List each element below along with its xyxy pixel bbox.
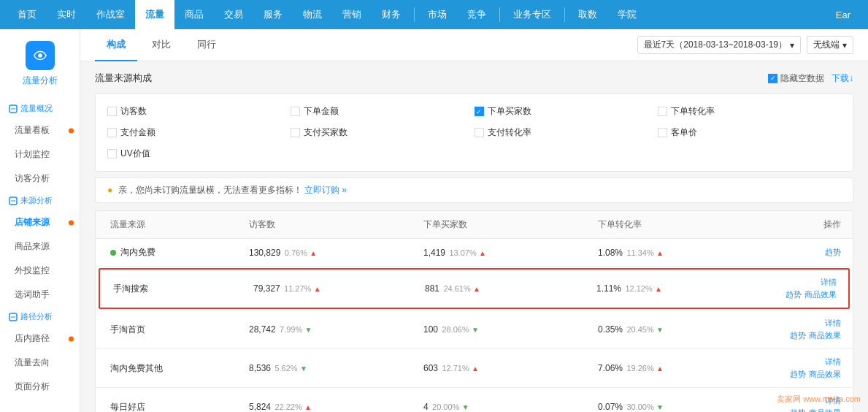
sidebar-item-plan-monitor[interactable]: 计划监控 <box>0 142 80 167</box>
arrow-down-icon: ▼ <box>472 326 479 334</box>
trend-link-4[interactable]: 趋势 <box>790 408 806 412</box>
sidebar-section-source: 来源分析 <box>0 191 80 210</box>
nav-finance[interactable]: 财务 <box>372 0 411 29</box>
metric-checkbox-3[interactable] <box>658 107 667 116</box>
sidebar-item-visitor-analysis[interactable]: 访客分析 <box>0 167 80 191</box>
product-effect-link-2[interactable]: 商品效果 <box>809 330 841 341</box>
sidebar: 流量分析 流量概况 流量看板 计划监控 访客分析 来源分析 店铺来源 商品来源 … <box>0 29 80 412</box>
action-cell-3: 详情 趋势 商品效果 <box>765 356 853 380</box>
nav-transactions[interactable]: 交易 <box>214 0 253 29</box>
sidebar-section-overview: 流量概况 <box>0 99 80 118</box>
nav-divider-2 <box>499 7 500 22</box>
nav-service[interactable]: 服务 <box>253 0 293 29</box>
metric-checkbox-6[interactable] <box>475 128 484 137</box>
product-effect-link-3[interactable]: 商品效果 <box>809 369 841 380</box>
date-picker[interactable]: 最近7天（2018-03-13~2018-03-19） ▾ <box>637 36 801 54</box>
metric-checkbox-4[interactable] <box>107 128 117 137</box>
nav-competition[interactable]: 竞争 <box>457 0 496 29</box>
metric-name-4: 支付金额 <box>120 126 155 139</box>
action-links-1b: 趋势 商品效果 <box>786 289 837 300</box>
nav-ear: Ear <box>826 9 861 20</box>
detail-link-3[interactable]: 详情 <box>825 356 841 367</box>
sidebar-item-in-shop-path[interactable]: 店内路径 <box>0 327 80 351</box>
col-header-visitors: 访客数 <box>242 218 416 231</box>
device-selector[interactable]: 无线端 ▾ <box>807 36 853 54</box>
nav-bizzone[interactable]: 业务专区 <box>503 0 561 29</box>
nav-home[interactable]: 首页 <box>7 0 47 29</box>
metric-checkbox-1[interactable] <box>291 107 300 116</box>
rate-cell-4: 0.07% 30.00% ▼ <box>591 402 765 412</box>
table-row: 淘内免费 130,829 0.76% ▲ 1,419 13.07% ▲ 1.08… <box>96 239 853 267</box>
product-effect-link-1[interactable]: 商品效果 <box>804 289 837 300</box>
metric-checkbox-8[interactable] <box>107 149 117 159</box>
arrow-up-icon: ▲ <box>472 365 479 373</box>
sub-navigation: 构成 对比 同行 最近7天（2018-03-13~2018-03-19） ▾ 无… <box>80 29 868 61</box>
sidebar-item-word-helper[interactable]: 选词助手 <box>0 283 80 307</box>
tab-composition[interactable]: 构成 <box>95 29 137 61</box>
sidebar-item-traffic-direction[interactable]: 流量去向 <box>0 351 80 375</box>
visitors-cell-3: 8,536 5.62% ▼ <box>242 363 416 373</box>
notice-icon: ● <box>107 185 112 195</box>
nav-market[interactable]: 市场 <box>418 0 457 29</box>
source-dot-0 <box>110 250 116 256</box>
nav-realtime[interactable]: 实时 <box>47 0 86 29</box>
metric-checkbox-2[interactable] <box>475 107 484 116</box>
source-cell-2: 手淘首页 <box>96 324 242 336</box>
visitors-cell-0: 130,829 0.76% ▲ <box>242 248 416 258</box>
hide-empty-checkbox[interactable] <box>768 74 777 83</box>
download-link[interactable]: 下载↓ <box>831 72 853 85</box>
sidebar-section-path: 路径分析 <box>0 307 80 327</box>
rate-cell-2: 0.35% 20.45% ▼ <box>591 324 765 335</box>
action-links-0: 趋势 <box>772 247 841 258</box>
metric-item-0: 访客数 <box>107 103 291 120</box>
metric-checkbox-5[interactable] <box>291 128 300 137</box>
sidebar-item-page-analysis[interactable]: 页面分析 <box>0 375 80 399</box>
product-effect-link-4[interactable]: 商品效果 <box>809 408 841 412</box>
trend-link-3[interactable]: 趋势 <box>790 369 806 380</box>
metric-name-0: 访客数 <box>120 105 147 118</box>
sidebar-item-product-source[interactable]: 商品来源 <box>0 234 80 259</box>
orders-cell-2: 100 28.06% ▼ <box>416 324 591 335</box>
table-row-highlight: 手淘搜索 79,327 11.27% ▲ 881 24.61% ▲ 1.11% <box>99 268 850 309</box>
arrow-up-icon: ▲ <box>314 285 321 293</box>
sidebar-item-external-monitor[interactable]: 外投监控 <box>0 259 80 283</box>
action-links-1a: 详情 <box>821 277 837 288</box>
arrow-down-icon: ▼ <box>656 403 664 411</box>
metric-item-5: 支付买家数 <box>291 124 474 141</box>
table-row: 每日好店 5,824 22.22% ▲ 4 20.00% ▼ 0.07% 3 <box>96 388 853 412</box>
trend-link-1[interactable]: 趋势 <box>786 289 802 300</box>
metric-name-3: 下单转化率 <box>671 105 715 118</box>
sidebar-item-shop-source[interactable]: 店铺来源 <box>0 210 80 234</box>
subscribe-link[interactable]: 立即订购 » <box>304 185 347 195</box>
action-cell-0: 趋势 <box>765 247 853 258</box>
action-cell-2: 详情 趋势 商品效果 <box>765 318 853 341</box>
nav-marketing[interactable]: 营销 <box>332 0 372 29</box>
nav-logistics[interactable]: 物流 <box>293 0 332 29</box>
metric-checkbox-0[interactable] <box>107 107 117 116</box>
arrow-up-icon: ▲ <box>473 285 480 293</box>
section-actions: 隐藏空数据 下载↓ <box>768 72 853 85</box>
nav-warroom[interactable]: 作战室 <box>86 0 135 29</box>
metric-checkbox-7[interactable] <box>658 128 667 137</box>
nav-products[interactable]: 商品 <box>174 0 214 29</box>
trend-link-0[interactable]: 趋势 <box>825 247 841 258</box>
metric-item-2: 下单买家数 <box>475 103 658 120</box>
sidebar-item-dashboard[interactable]: 流量看板 <box>0 118 80 142</box>
visitors-cell-1: 79,327 11.27% ▲ <box>246 283 418 294</box>
nav-fetch[interactable]: 取数 <box>568 0 607 29</box>
badge-dot <box>69 128 74 133</box>
arrow-up-icon: ▲ <box>479 249 486 257</box>
arrow-up-icon: ▲ <box>310 249 317 257</box>
nav-traffic[interactable]: 流量 <box>135 0 174 29</box>
arrow-up-icon: ▲ <box>304 403 312 411</box>
hide-empty-checkbox-label[interactable]: 隐藏空数据 <box>768 72 824 85</box>
detail-link-1[interactable]: 详情 <box>821 277 837 288</box>
detail-link-2[interactable]: 详情 <box>825 318 841 329</box>
content-area: 构成 对比 同行 最近7天（2018-03-13~2018-03-19） ▾ 无… <box>80 29 868 412</box>
source-cell-3: 淘内免费其他 <box>96 362 242 375</box>
arrow-up-icon: ▲ <box>655 285 662 293</box>
tab-compare[interactable]: 对比 <box>140 29 183 61</box>
tab-peers[interactable]: 同行 <box>185 29 228 61</box>
nav-academy[interactable]: 学院 <box>607 0 647 29</box>
trend-link-2[interactable]: 趋势 <box>790 330 806 341</box>
